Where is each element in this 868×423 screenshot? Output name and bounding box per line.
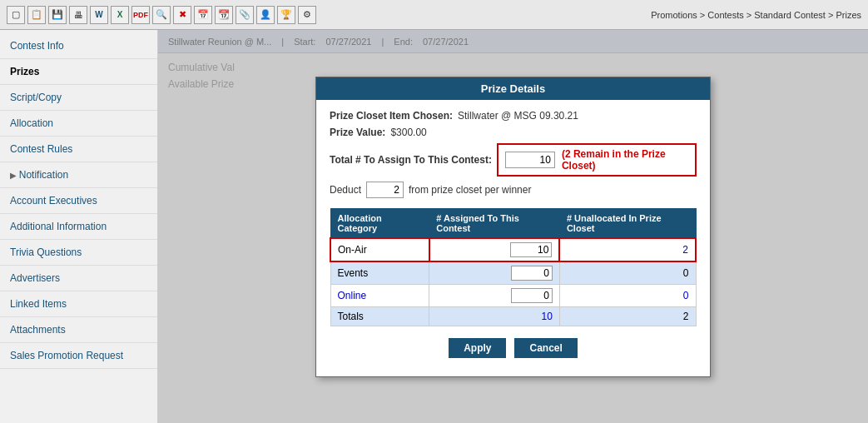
unallocated-on-air: 2 (559, 238, 696, 261)
category-events: Events (330, 261, 429, 285)
deduct-input[interactable] (366, 182, 404, 198)
app-container: ▢ 📋 💾 🖶 W X PDF 🔍 ✖ 📅 📆 📎 👤 🏆 ⚙ Promotio… (0, 0, 868, 423)
trophy-icon[interactable]: 🏆 (277, 6, 295, 24)
sidebar-item-sales-promo[interactable]: Sales Promotion Request (0, 343, 157, 369)
dialog-body: Prize Closet Item Chosen: Stillwater @ M… (316, 100, 710, 376)
calendar-icon[interactable]: 📅 (194, 6, 212, 24)
sidebar-item-script-copy[interactable]: Script/Copy (0, 85, 157, 111)
delete-icon[interactable]: ✖ (173, 6, 191, 24)
assigned-online-input[interactable] (511, 288, 553, 303)
excel-icon[interactable]: X (111, 6, 129, 24)
sidebar-item-advertisers[interactable]: Advertisers (0, 266, 157, 291)
sidebar-item-notification[interactable]: Notification (0, 162, 157, 188)
table-row-events: Events 0 (330, 261, 696, 285)
sidebar-item-prizes[interactable]: Prizes (0, 59, 157, 85)
total-assign-label: Total # To Assign To This Contest: (330, 154, 492, 166)
sidebar-item-contest-info[interactable]: Contest Info (0, 33, 157, 59)
deduct-row: Deduct from prize closet per winner (330, 182, 697, 198)
assigned-events (429, 261, 560, 285)
unallocated-online: 0 (559, 284, 696, 306)
toolbar-icons: ▢ 📋 💾 🖶 W X PDF 🔍 ✖ 📅 📆 📎 👤 🏆 ⚙ (7, 6, 316, 24)
table-row-online: Online 0 (330, 284, 696, 306)
category-online: Online (330, 284, 429, 306)
copy-icon[interactable]: 📋 (27, 6, 46, 24)
print-icon[interactable]: 🖶 (69, 6, 87, 24)
table-row-on-air: On-Air 2 (330, 238, 696, 261)
prize-closet-value: Stillwater @ MSG 09.30.21 (458, 110, 578, 122)
user-icon[interactable]: 👤 (256, 6, 275, 24)
apply-button[interactable]: Apply (449, 338, 506, 358)
deduct-label: Deduct (330, 184, 361, 196)
settings-icon[interactable]: ⚙ (298, 6, 316, 24)
unallocated-events: 0 (559, 261, 696, 285)
prize-value: $300.00 (390, 127, 426, 138)
modal-overlay: Prize Details Prize Closet Item Chosen: … (158, 30, 868, 423)
save-icon[interactable]: 💾 (48, 6, 67, 24)
assigned-totals: 10 (429, 306, 560, 326)
sidebar: Contest Info Prizes Script/Copy Allocati… (0, 30, 158, 423)
remain-text: (2 Remain in the Prize Closet) (562, 148, 688, 172)
total-assign-highlight: (2 Remain in the Prize Closet) (497, 143, 697, 177)
sidebar-item-trivia-questions[interactable]: Trivia Questions (0, 240, 157, 266)
sidebar-item-allocation[interactable]: Allocation (0, 111, 157, 137)
total-assign-row: Total # To Assign To This Contest: (2 Re… (330, 143, 697, 177)
col-header-unallocated: # Unallocated In Prize Closet (559, 208, 696, 238)
unallocated-totals: 2 (559, 306, 696, 326)
sidebar-item-linked-items[interactable]: Linked Items (0, 291, 157, 317)
category-on-air: On-Air (330, 238, 429, 261)
prize-value-label: Prize Value: (330, 127, 385, 138)
table-row-totals: Totals 10 2 (330, 306, 696, 326)
total-assign-input[interactable] (505, 152, 555, 168)
breadcrumb: Promotions > Contests > Standard Contest… (651, 10, 861, 20)
col-header-category: Allocation Category (330, 208, 429, 238)
toolbar: ▢ 📋 💾 🖶 W X PDF 🔍 ✖ 📅 📆 📎 👤 🏆 ⚙ Promotio… (0, 0, 868, 30)
sidebar-item-attachments[interactable]: Attachments (0, 317, 157, 343)
main-area: Contest Info Prizes Script/Copy Allocati… (0, 30, 868, 423)
content-area: Stillwater Reunion @ M... | Start: 07/27… (158, 30, 868, 423)
calendar2-icon[interactable]: 📆 (215, 6, 233, 24)
word-icon[interactable]: W (90, 6, 108, 24)
sidebar-item-account-executives[interactable]: Account Executives (0, 188, 157, 214)
pdf-icon[interactable]: PDF (131, 6, 150, 24)
assigned-on-air-input[interactable] (510, 242, 552, 257)
sidebar-item-contest-rules[interactable]: Contest Rules (0, 137, 157, 162)
prize-closet-label: Prize Closet Item Chosen: (330, 110, 453, 122)
new-icon[interactable]: ▢ (7, 6, 25, 24)
assigned-on-air (429, 238, 560, 261)
sidebar-item-additional-info[interactable]: Additional Information (0, 214, 157, 240)
allocation-table: Allocation Category # Assigned To This C… (330, 208, 697, 326)
prize-details-dialog: Prize Details Prize Closet Item Chosen: … (315, 77, 711, 377)
prize-closet-row: Prize Closet Item Chosen: Stillwater @ M… (330, 110, 697, 122)
assigned-online (429, 284, 560, 306)
cancel-button[interactable]: Cancel (514, 338, 577, 358)
col-header-assigned: # Assigned To This Contest (429, 208, 560, 238)
dialog-title: Prize Details (316, 77, 710, 100)
assigned-events-input[interactable] (511, 266, 553, 281)
category-totals: Totals (330, 306, 429, 326)
attach-icon[interactable]: 📎 (236, 6, 254, 24)
deduct-suffix: from prize closet per winner (409, 184, 531, 196)
dialog-buttons: Apply Cancel (330, 338, 697, 366)
search-icon[interactable]: 🔍 (152, 6, 171, 24)
prize-value-row: Prize Value: $300.00 (330, 127, 697, 138)
